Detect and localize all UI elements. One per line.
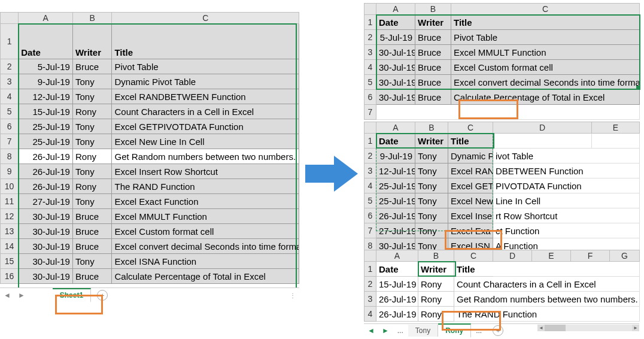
cell-d1[interactable] <box>493 134 592 149</box>
scroll-left-icon[interactable]: ◄ <box>537 325 545 331</box>
col-header-a[interactable]: A <box>19 13 73 24</box>
col-header-c[interactable]: C <box>448 122 493 134</box>
table-row[interactable]: 515-Jul-19RonyCount Characters in a Cell… <box>1 104 299 119</box>
cell-writer[interactable]: Rony <box>72 179 112 194</box>
cell-date[interactable]: 30-Jul-19 <box>19 209 73 224</box>
cell-title[interactable]: Excel New <box>448 193 493 208</box>
cell-date[interactable]: 25-Jul-19 <box>376 193 415 208</box>
table-row[interactable]: 312-Jul-19TonyExcel RANDBETWEEN Function <box>364 164 640 178</box>
col-header-c[interactable]: C <box>454 250 493 262</box>
cell-date[interactable]: 30-Jul-19 <box>376 60 415 75</box>
row-header[interactable]: 15 <box>1 254 19 269</box>
cell-date[interactable]: 5-Jul-19 <box>19 59 73 74</box>
col-header-b[interactable]: B <box>415 4 451 15</box>
cell-title[interactable]: Pivot Table <box>451 30 640 45</box>
row-header[interactable]: 8 <box>1 149 19 164</box>
table-row[interactable]: 1430-Jul-19BruceExcel convert decimal Se… <box>1 239 299 254</box>
cell-title[interactable]: Excel convert decimal Seconds into time … <box>112 239 299 254</box>
select-all-cell[interactable] <box>1 13 19 24</box>
table-row[interactable]: 1127-Jul-19TonyExcel Exact Function <box>1 194 299 209</box>
row-header[interactable]: 5 <box>364 75 376 90</box>
cell-writer[interactable]: Rony <box>418 292 454 307</box>
cell-title[interactable]: Excel Exact Function <box>112 194 299 209</box>
row-header[interactable]: 3 <box>1 74 19 89</box>
cell-writer[interactable]: Bruce <box>72 269 112 284</box>
table-row[interactable]: 25-Jul-19BrucePivot Table <box>364 30 640 45</box>
table-row[interactable]: 412-Jul-19TonyExcel RANDBETWEEN Function <box>1 89 299 104</box>
nav-first-icon[interactable]: ◄ <box>0 290 14 301</box>
table-row[interactable]: 1330-Jul-19BruceExcel Custom format cell <box>1 224 299 239</box>
cell-date[interactable]: 30-Jul-19 <box>19 269 73 284</box>
row-header-1[interactable]: 1 <box>1 24 19 59</box>
select-all-cell[interactable] <box>364 250 376 262</box>
row-header[interactable]: 13 <box>1 224 19 239</box>
row-header[interactable]: 12 <box>1 209 19 224</box>
scroll-thumb[interactable] <box>545 325 566 331</box>
cell-date[interactable]: 26-Jul-19 <box>376 208 415 223</box>
cell-date[interactable]: 26-Jul-19 <box>376 307 418 322</box>
cell-title[interactable]: Excel Custom format cell <box>451 60 640 75</box>
nav-prev-icon[interactable]: ► <box>14 290 29 301</box>
main-grid[interactable]: A B C 1 Date Writer Title 25-Jul-19Bruce… <box>0 12 299 284</box>
col-header-b[interactable]: B <box>415 122 448 134</box>
row-header[interactable]: 5 <box>1 104 19 119</box>
cell-title[interactable]: Get Random numbers between two numbers. <box>112 149 299 164</box>
hscrollbar[interactable]: ◄ ► <box>537 325 639 331</box>
cell-e1[interactable] <box>592 134 640 149</box>
row-header[interactable]: 10 <box>1 179 19 194</box>
table-row[interactable]: 215-Jul-19RonyCount Characters in a Cell… <box>364 277 640 292</box>
table-row[interactable]: 926-Jul-19TonyExcel Insert Row Shortcut <box>1 164 299 179</box>
table-row[interactable]: 1630-Jul-19BruceCalculate Percentage of … <box>1 269 299 284</box>
table-row[interactable]: 626-Jul-19TonyExcel Insert Row Shortcut <box>364 208 640 223</box>
cell-date[interactable]: 30-Jul-19 <box>19 254 73 269</box>
header-date[interactable]: Date <box>19 24 73 59</box>
header-title[interactable]: Title <box>454 262 493 277</box>
cell-date[interactable]: 30-Jul-19 <box>376 45 415 60</box>
cell-title[interactable]: Excel RAN <box>448 164 493 178</box>
cell-writer[interactable]: Tony <box>415 208 448 223</box>
cell-writer[interactable]: Bruce <box>72 224 112 239</box>
cell-writer[interactable]: Tony <box>72 89 112 104</box>
row-header[interactable]: 6 <box>364 90 376 105</box>
cell-title[interactable]: Dynamic P <box>448 149 493 164</box>
tab-sheet1[interactable]: Sheet1 <box>53 288 91 302</box>
cell-date[interactable]: 15-Jul-19 <box>19 104 73 119</box>
row-header[interactable]: 3 <box>364 45 376 60</box>
cell-title[interactable]: Calculate Percentage of Total in Excel <box>451 90 640 105</box>
cell-title[interactable]: The RAND Function <box>112 179 299 194</box>
cell-writer[interactable]: Tony <box>415 193 448 208</box>
header-writer[interactable]: Writer <box>418 262 454 277</box>
row-header[interactable]: 6 <box>1 119 19 134</box>
col-header-d[interactable]: D <box>493 250 532 262</box>
nav-first-icon[interactable]: ◄ <box>364 325 378 336</box>
cell-writer[interactable]: Rony <box>418 277 454 292</box>
cell-writer[interactable]: Tony <box>415 149 448 164</box>
cell-title[interactable]: Get Random numbers between two numbers. <box>454 292 640 307</box>
cell-title[interactable]: Excel MMULT Function <box>112 209 299 224</box>
cell-writer[interactable]: Tony <box>72 164 112 179</box>
cell-writer[interactable]: Tony <box>415 164 448 178</box>
row-header[interactable]: 2 <box>364 149 376 164</box>
table-row[interactable]: 725-Jul-19TonyExcel New Line In Cell <box>1 134 299 149</box>
col-header-a[interactable]: A <box>376 250 418 262</box>
cell-writer[interactable]: Bruce <box>72 239 112 254</box>
col-header-b[interactable]: B <box>418 250 454 262</box>
cell-writer[interactable]: Bruce <box>72 209 112 224</box>
cell-title[interactable]: The RAND Function <box>454 307 640 322</box>
cell-writer[interactable]: Tony <box>72 119 112 134</box>
cell-writer[interactable]: Tony <box>72 194 112 209</box>
col-header-d[interactable]: D <box>493 122 592 134</box>
row-header[interactable]: 9 <box>1 164 19 179</box>
cell-writer[interactable]: Rony <box>418 307 454 322</box>
cell-date[interactable]: 26-Jul-19 <box>19 179 73 194</box>
cell-writer[interactable]: Rony <box>72 149 112 164</box>
row-header[interactable]: 7 <box>1 134 19 149</box>
cell-title[interactable]: Excel convert decimal Seconds into time … <box>451 75 640 90</box>
row-header[interactable]: 2 <box>1 59 19 74</box>
cell-title[interactable]: Excel GET <box>448 178 493 193</box>
table-row[interactable]: 25-Jul-19BrucePivot Table <box>1 59 299 74</box>
tab-scroll-right-icon[interactable]: ... <box>471 325 487 337</box>
bruce-grid[interactable]: A B C 1 Date Writer Title 25-Jul-19Bruce… <box>364 3 640 120</box>
cell-writer[interactable]: Rony <box>72 104 112 119</box>
row-header[interactable]: 4 <box>1 89 19 104</box>
